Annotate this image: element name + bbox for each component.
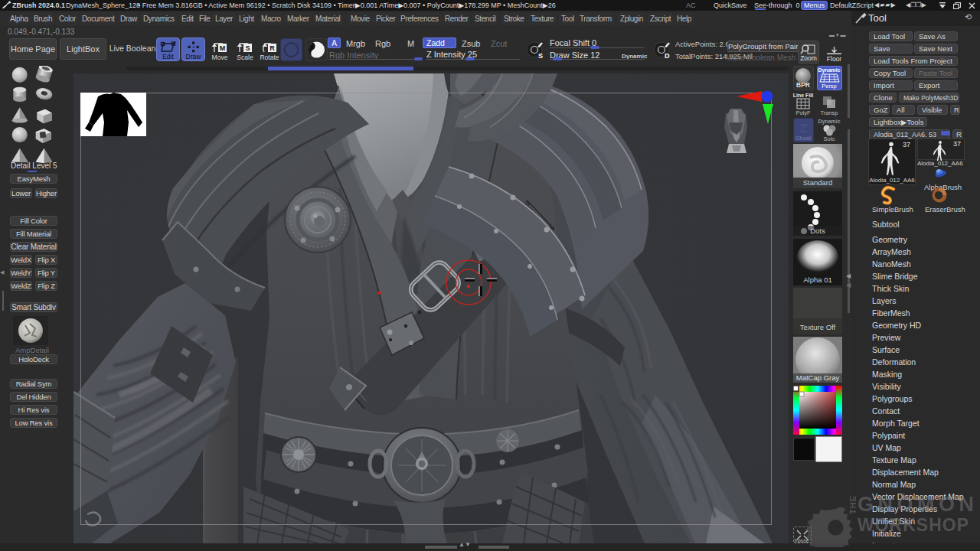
svg-text:Alpha 01: Alpha 01 <box>803 276 832 284</box>
svg-text:D: D <box>665 52 670 60</box>
svg-text:Rotate: Rotate <box>260 54 279 61</box>
svg-text:Move: Move <box>212 54 228 61</box>
svg-text:37: 37 <box>903 141 910 148</box>
svg-text:Dynamic: Dynamic <box>818 119 840 125</box>
svg-text:Dynamic: Dynamic <box>818 67 840 73</box>
svg-text:S: S <box>245 44 250 52</box>
svg-text:S: S <box>538 52 543 60</box>
svg-text:Scale: Scale <box>237 54 253 61</box>
svg-text:Texture Off: Texture Off <box>800 323 836 331</box>
svg-text:Standard: Standard <box>803 178 833 187</box>
svg-text:M: M <box>220 44 226 52</box>
svg-text:Draw: Draw <box>186 53 202 60</box>
svg-text:37: 37 <box>953 140 961 148</box>
svg-text:Ghost: Ghost <box>795 135 812 142</box>
svg-text:MatCap Gray: MatCap Gray <box>796 373 840 382</box>
svg-text:PolyF: PolyF <box>795 109 811 116</box>
svg-text:BPR: BPR <box>796 81 810 89</box>
svg-text:Dots: Dots <box>810 227 825 235</box>
svg-text:Solo: Solo <box>823 135 835 142</box>
svg-text:R: R <box>270 44 275 52</box>
svg-text:Floor: Floor <box>827 55 842 63</box>
svg-text:Transp: Transp <box>820 109 838 116</box>
svg-text:Persp: Persp <box>822 83 837 90</box>
svg-text:Line Fill: Line Fill <box>793 93 813 98</box>
svg-text:Zoom: Zoom <box>800 54 817 62</box>
svg-text:Alodia_012_AA6: Alodia_012_AA6 <box>869 177 915 184</box>
svg-text:Edit: Edit <box>162 53 174 60</box>
